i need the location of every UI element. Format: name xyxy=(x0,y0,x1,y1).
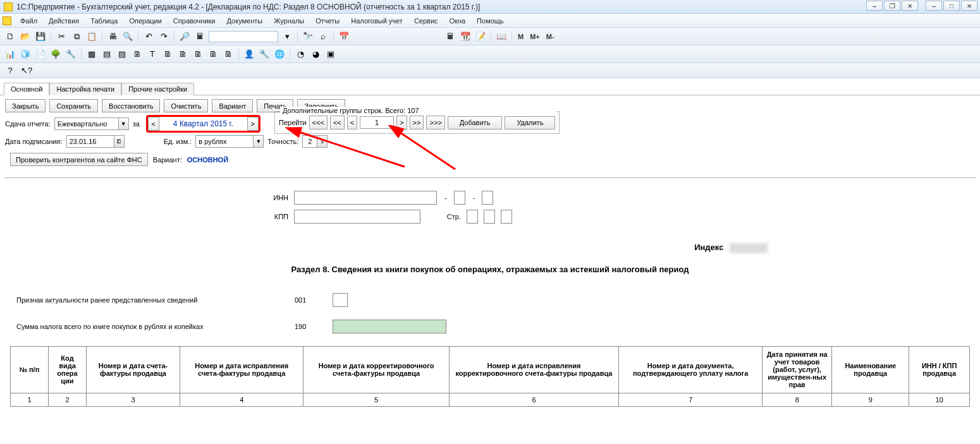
restore-button[interactable]: Восстановить xyxy=(102,99,160,112)
book-icon[interactable]: 📖 xyxy=(495,30,508,43)
memory-mminus[interactable]: M- xyxy=(544,33,556,40)
unit-combo[interactable]: ▼ xyxy=(195,135,264,148)
letter-t-icon[interactable]: T xyxy=(146,48,159,61)
inn-cell-b[interactable] xyxy=(482,191,493,205)
menu-documents[interactable]: Документы xyxy=(222,16,268,26)
child-minimize-button[interactable]: ‒ xyxy=(866,1,883,11)
row-190-input[interactable] xyxy=(333,320,446,333)
page-cell-2[interactable] xyxy=(484,210,495,224)
save-icon[interactable]: 💾 xyxy=(34,30,47,43)
redo-icon[interactable]: ↷ xyxy=(157,30,170,43)
memory-m[interactable]: M xyxy=(516,33,525,40)
sign-date-input[interactable] xyxy=(67,136,114,147)
calc-icon[interactable]: 🖩 xyxy=(193,30,206,43)
calc2-icon[interactable]: 🖩 xyxy=(444,30,456,43)
kpp-field[interactable] xyxy=(294,210,420,224)
new-icon[interactable]: 🗋 xyxy=(4,30,16,43)
nav-next-page-button[interactable]: >> xyxy=(410,116,424,129)
menu-windows[interactable]: Окна xyxy=(444,16,471,26)
grid-icon[interactable]: ▦ xyxy=(85,48,98,61)
child-restore-button[interactable]: ❐ xyxy=(884,1,900,11)
sheet6-icon[interactable]: 🗎 xyxy=(222,48,235,61)
row-001-input[interactable] xyxy=(333,293,348,307)
menu-operations[interactable]: Операции xyxy=(124,16,166,26)
sheet3-icon[interactable]: 🗎 xyxy=(176,48,189,61)
tool-icon[interactable]: 🔧 xyxy=(64,48,77,61)
globe-icon[interactable]: 🌐 xyxy=(273,48,286,61)
tab-main[interactable]: Основной xyxy=(4,83,49,95)
circle1-icon[interactable]: ◔ xyxy=(294,48,307,61)
sheet2-icon[interactable]: 🗎 xyxy=(161,48,174,61)
menu-tax[interactable]: Налоговый учет xyxy=(346,16,408,26)
check-icon[interactable]: ▨ xyxy=(116,48,128,61)
find-next-icon[interactable]: ⌕ xyxy=(317,30,329,43)
nav-prev-button[interactable]: < xyxy=(347,116,357,129)
save-button[interactable]: Сохранить xyxy=(49,99,98,112)
sheet4-icon[interactable]: 🗎 xyxy=(192,48,204,61)
close-button[interactable]: Закрыть xyxy=(5,99,46,112)
print-icon[interactable]: 🖶 xyxy=(106,30,119,43)
find-icon[interactable]: 🔎 xyxy=(178,30,191,43)
tree-icon[interactable]: 🌳 xyxy=(49,48,62,61)
binoculars-icon[interactable]: 🔭 xyxy=(302,30,314,43)
inn-field[interactable] xyxy=(294,191,437,205)
doc-icon[interactable]: 📄 xyxy=(34,48,47,61)
child-close-button[interactable]: ✕ xyxy=(902,1,918,11)
calendar-icon[interactable]: 📅 xyxy=(338,30,350,43)
nav-prev-page-button[interactable]: << xyxy=(330,116,345,129)
nav-next-button[interactable]: > xyxy=(396,116,407,129)
sign-date-field[interactable]: 🗓 xyxy=(66,135,125,148)
maximize-button[interactable]: □ xyxy=(943,1,960,11)
precision-field[interactable]: ⇕ xyxy=(302,135,328,148)
nav-page-input[interactable] xyxy=(360,116,394,129)
add-row-button[interactable]: Добавить xyxy=(448,116,503,129)
sdacha-combo[interactable]: ▼ xyxy=(54,117,129,130)
period-next-button[interactable]: > xyxy=(247,117,259,131)
undo-icon[interactable]: ↶ xyxy=(142,30,155,43)
stepper-icon[interactable]: ⇕ xyxy=(317,136,327,147)
menu-service[interactable]: Сервис xyxy=(409,16,443,26)
menu-journals[interactable]: Журналы xyxy=(269,16,309,26)
unit-input[interactable] xyxy=(196,136,253,147)
chevron-down-icon[interactable]: ▼ xyxy=(253,136,263,147)
nav-last-button[interactable]: >>> xyxy=(426,116,444,129)
cube-icon[interactable]: 🧊 xyxy=(19,48,32,61)
wrench-icon[interactable]: 🔧 xyxy=(258,48,271,61)
sdacha-value[interactable] xyxy=(55,118,118,129)
square-icon[interactable]: ▣ xyxy=(324,48,337,61)
tab-other-settings[interactable]: Прочие настройки xyxy=(121,83,194,95)
calendar-icon[interactable]: 🗓 xyxy=(114,136,124,147)
menu-reports[interactable]: Отчеты xyxy=(310,16,345,26)
open-icon[interactable]: 📂 xyxy=(19,30,32,43)
grid2-icon[interactable]: ▤ xyxy=(101,48,113,61)
sheet5-icon[interactable]: 🗎 xyxy=(207,48,219,61)
dropdown-icon[interactable]: ▾ xyxy=(281,30,293,43)
sheet-icon[interactable]: 🗎 xyxy=(131,48,144,61)
nav-first-button[interactable]: <<< xyxy=(309,116,328,129)
memory-mplus[interactable]: M+ xyxy=(528,33,542,40)
menu-table[interactable]: Таблица xyxy=(85,16,123,26)
tab-print-settings[interactable]: Настройка печати xyxy=(49,83,121,95)
inn-cell-a[interactable] xyxy=(454,191,465,205)
preview-icon[interactable]: 🔍 xyxy=(121,30,134,43)
period-prev-button[interactable]: < xyxy=(148,117,159,131)
paste-icon[interactable]: 📋 xyxy=(85,30,98,43)
person-icon[interactable]: 👤 xyxy=(243,48,255,61)
clear-button[interactable]: Очистить xyxy=(164,99,208,112)
delete-row-button[interactable]: Удалить xyxy=(505,116,555,129)
check-contractors-button[interactable]: Проверить контрагентов на сайте ФНС xyxy=(10,153,148,166)
note-icon[interactable]: 📝 xyxy=(474,30,487,43)
precision-input[interactable] xyxy=(303,136,317,147)
date-icon[interactable]: 📆 xyxy=(459,30,472,43)
cut-icon[interactable]: ✂ xyxy=(55,30,68,43)
menu-help[interactable]: Помощь xyxy=(472,16,509,26)
variant-button[interactable]: Вариант xyxy=(212,99,253,112)
menu-catalogs[interactable]: Справочники xyxy=(168,16,221,26)
chevron-down-icon[interactable]: ▼ xyxy=(118,118,128,129)
minimize-button[interactable]: ‒ xyxy=(926,1,942,11)
close-button[interactable]: ✕ xyxy=(961,1,977,11)
menu-actions[interactable]: Действия xyxy=(44,16,84,26)
chart-icon[interactable]: 📊 xyxy=(4,48,16,61)
help-icon[interactable]: ? xyxy=(4,64,16,77)
page-cell-1[interactable] xyxy=(467,210,478,224)
